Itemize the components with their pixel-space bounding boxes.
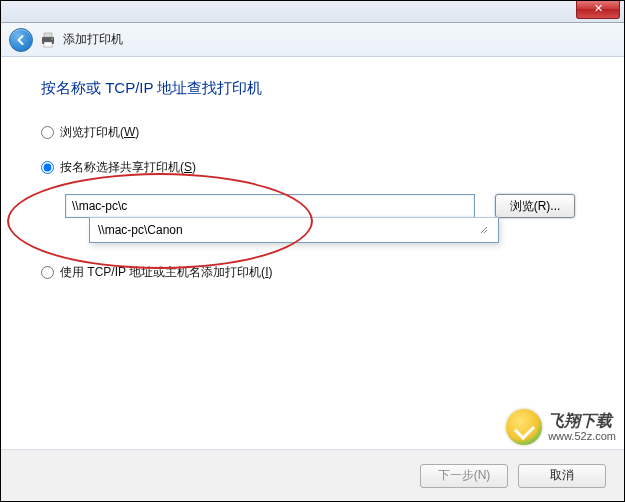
radio-browse[interactable] [41, 126, 54, 139]
svg-point-3 [51, 38, 53, 40]
back-button[interactable] [9, 28, 33, 52]
svg-rect-2 [44, 42, 52, 47]
radio-tcpip[interactable] [41, 266, 54, 279]
dialog-window: ✕ 添加打印机 按名称或 TCP/IP 地址查找打印机 浏览打印机(W) 按名称… [1, 1, 624, 501]
option-by-name-label: 按名称选择共享打印机(S) [60, 159, 196, 176]
autocomplete-item[interactable]: \\mac-pc\Canon [90, 218, 498, 242]
option-select-by-name[interactable]: 按名称选择共享打印机(S) [41, 159, 590, 176]
autocomplete-dropdown: \\mac-pc\Canon [89, 217, 499, 243]
printer-path-row: 浏览(R)... \\mac-pc\Canon [65, 194, 590, 218]
header-bar: 添加打印机 [1, 23, 624, 57]
page-title: 按名称或 TCP/IP 地址查找打印机 [41, 79, 590, 98]
printer-path-input[interactable] [65, 194, 475, 218]
printer-icon [39, 31, 57, 49]
window-close-button[interactable]: ✕ [576, 1, 620, 19]
svg-rect-1 [44, 33, 52, 37]
option-browse-label: 浏览打印机(W) [60, 124, 139, 141]
arrow-left-icon [15, 34, 27, 46]
cancel-button[interactable]: 取消 [518, 464, 606, 488]
titlebar: ✕ [1, 1, 624, 23]
next-button: 下一步(N) [420, 464, 508, 488]
option-tcpip[interactable]: 使用 TCP/IP 地址或主机名添加打印机(I) [41, 264, 590, 281]
option-tcpip-label: 使用 TCP/IP 地址或主机名添加打印机(I) [60, 264, 272, 281]
resize-grip-icon [478, 225, 490, 235]
close-icon: ✕ [594, 2, 603, 14]
footer-bar: 下一步(N) 取消 [1, 449, 624, 501]
browse-button[interactable]: 浏览(R)... [495, 194, 575, 218]
radio-by-name[interactable] [41, 161, 54, 174]
option-browse-printers[interactable]: 浏览打印机(W) [41, 124, 590, 141]
header-title: 添加打印机 [63, 31, 123, 48]
content-area: 按名称或 TCP/IP 地址查找打印机 浏览打印机(W) 按名称选择共享打印机(… [1, 57, 624, 449]
autocomplete-item-text: \\mac-pc\Canon [98, 223, 183, 237]
